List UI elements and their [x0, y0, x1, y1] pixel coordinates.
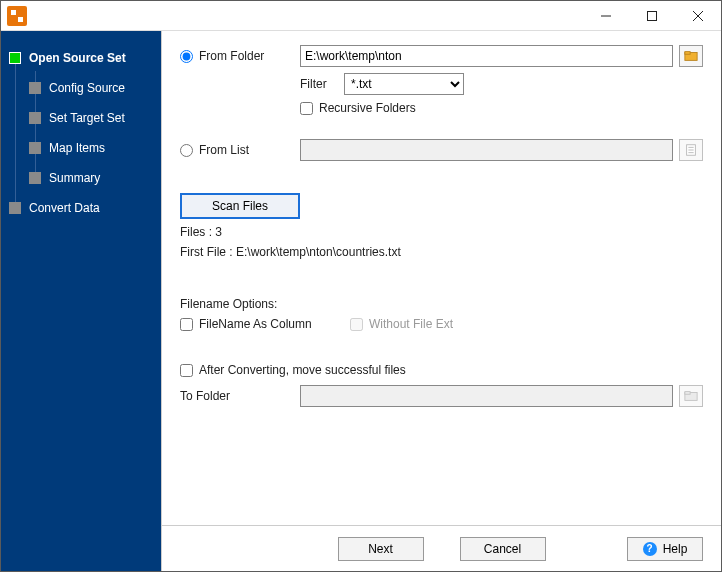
from-folder-label: From Folder: [199, 49, 264, 63]
main-panel: From Folder Filter: [161, 31, 721, 571]
sidebar-item-label: Convert Data: [29, 201, 100, 215]
filename-as-column-checkbox[interactable]: FileName As Column: [180, 317, 350, 331]
sidebar-item-map-items[interactable]: Map Items: [1, 133, 161, 163]
svg-rect-1: [648, 11, 657, 20]
step-indicator-icon: [29, 82, 41, 94]
titlebar: [1, 1, 721, 31]
from-list-label: From List: [199, 143, 249, 157]
filename-as-column-checkbox-input[interactable]: [180, 318, 193, 331]
next-button[interactable]: Next: [338, 537, 424, 561]
step-indicator-icon: [9, 52, 21, 64]
file-icon: [684, 143, 698, 157]
sidebar-item-label: Summary: [49, 171, 100, 185]
sidebar-item-label: Set Target Set: [49, 111, 125, 125]
from-folder-radio[interactable]: From Folder: [180, 49, 264, 63]
step-indicator-icon: [29, 172, 41, 184]
sidebar-item-label: Map Items: [49, 141, 105, 155]
without-file-ext-checkbox-input: [350, 318, 363, 331]
recursive-label: Recursive Folders: [319, 101, 416, 115]
sidebar-item-summary[interactable]: Summary: [1, 163, 161, 193]
from-list-radio-input[interactable]: [180, 144, 193, 157]
from-list-input: [300, 139, 673, 161]
files-count-label: Files : 3: [180, 225, 703, 239]
step-indicator-icon: [29, 142, 41, 154]
first-file-label: First File : E:\work\temp\nton\countries…: [180, 245, 703, 259]
footer: Next Cancel ? Help: [162, 525, 721, 571]
sidebar-item-config-source[interactable]: Config Source: [1, 73, 161, 103]
sidebar-item-label: Config Source: [49, 81, 125, 95]
filter-combo[interactable]: *.txt: [344, 73, 464, 95]
help-label: Help: [663, 542, 688, 556]
app-icon: [7, 6, 27, 26]
folder-open-icon: [684, 389, 698, 403]
minimize-button[interactable]: [583, 1, 629, 31]
help-button[interactable]: ? Help: [627, 537, 703, 561]
after-converting-label: After Converting, move successful files: [199, 363, 406, 377]
without-file-ext-label: Without File Ext: [369, 317, 453, 331]
filter-label: Filter: [300, 77, 338, 91]
to-folder-input: [300, 385, 673, 407]
scan-files-button[interactable]: Scan Files: [180, 193, 300, 219]
browse-folder-button[interactable]: [679, 45, 703, 67]
recursive-checkbox-input[interactable]: [300, 102, 313, 115]
step-indicator-icon: [9, 202, 21, 214]
sidebar-item-label: Open Source Set: [29, 51, 126, 65]
from-folder-radio-input[interactable]: [180, 50, 193, 63]
after-converting-checkbox-input[interactable]: [180, 364, 193, 377]
svg-rect-11: [685, 392, 690, 395]
filename-options-heading: Filename Options:: [180, 297, 703, 311]
sidebar-item-open-source-set[interactable]: Open Source Set: [1, 43, 161, 73]
folder-path-input[interactable]: [300, 45, 673, 67]
help-icon: ?: [643, 542, 657, 556]
maximize-button[interactable]: [629, 1, 675, 31]
app-window: Open Source Set Config Source Set Target…: [0, 0, 722, 572]
content-area: From Folder Filter: [162, 31, 721, 525]
sidebar-item-convert-data[interactable]: Convert Data: [1, 193, 161, 223]
wizard-sidebar: Open Source Set Config Source Set Target…: [1, 31, 161, 571]
close-button[interactable]: [675, 1, 721, 31]
step-indicator-icon: [29, 112, 41, 124]
browse-to-folder-button: [679, 385, 703, 407]
body: Open Source Set Config Source Set Target…: [1, 31, 721, 571]
sidebar-item-set-target-set[interactable]: Set Target Set: [1, 103, 161, 133]
to-folder-label: To Folder: [180, 389, 230, 403]
folder-open-icon: [684, 49, 698, 63]
from-list-radio[interactable]: From List: [180, 143, 249, 157]
svg-rect-5: [685, 52, 690, 55]
filename-as-column-label: FileName As Column: [199, 317, 312, 331]
browse-list-button: [679, 139, 703, 161]
after-converting-checkbox[interactable]: After Converting, move successful files: [180, 363, 703, 377]
without-file-ext-checkbox: Without File Ext: [350, 317, 453, 331]
cancel-button[interactable]: Cancel: [460, 537, 546, 561]
recursive-checkbox[interactable]: Recursive Folders: [300, 101, 416, 115]
